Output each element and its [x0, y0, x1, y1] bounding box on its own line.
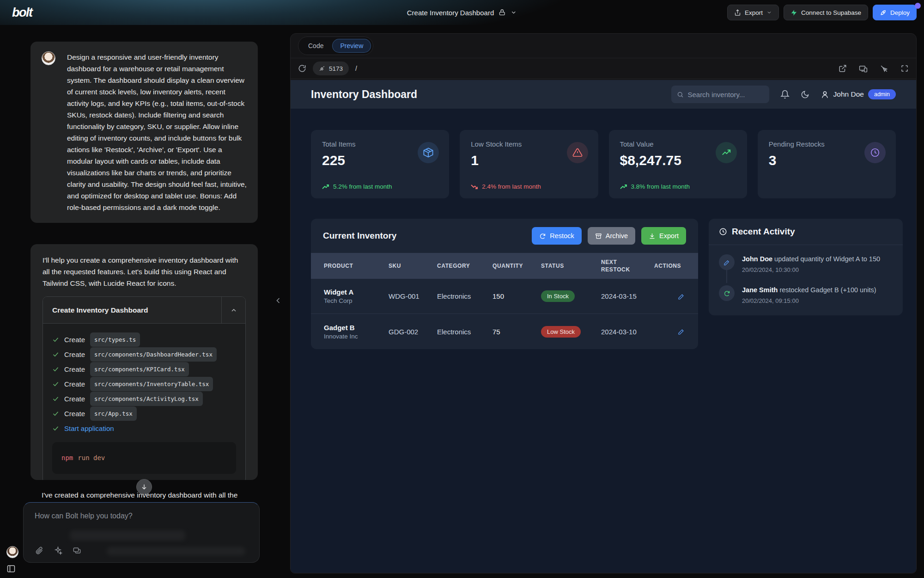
bell-icon[interactable] — [780, 90, 790, 99]
task-item: Create src/components/DashboardHeader.ts… — [52, 347, 236, 362]
file-pill[interactable]: src/components/DashboardHeader.tsx — [90, 347, 217, 362]
activity-time: 20/02/2024, 09:15:00 — [742, 297, 876, 304]
clock-icon — [864, 142, 886, 163]
deploy-button[interactable]: Deploy — [873, 5, 917, 20]
task-action: Create — [64, 378, 85, 390]
file-pill[interactable]: src/components/ActivityLog.tsx — [90, 392, 203, 406]
restock-button[interactable]: Restock — [532, 227, 581, 245]
archive-button[interactable]: Archive — [588, 227, 635, 245]
activity-text: updated quantity of Widget A to 150 — [774, 255, 880, 263]
kpi-row: Total Items 225 5.2% from last month Low… — [311, 130, 896, 198]
open-external-icon[interactable] — [839, 64, 847, 73]
check-icon — [52, 366, 59, 373]
user-menu[interactable]: John Doe admin — [821, 89, 896, 99]
chat-panel: Design a responsive and user-friendly in… — [0, 25, 289, 578]
fullscreen-icon[interactable] — [900, 64, 909, 73]
dashboard-header: Inventory Dashboard John Doe — [291, 80, 916, 109]
activity-header: Recent Activity — [709, 219, 903, 245]
task-action: Create — [64, 363, 85, 375]
role-badge: admin — [868, 89, 896, 99]
file-pill[interactable]: src/App.tsx — [90, 406, 137, 421]
bolt-logo[interactable]: bolt — [12, 6, 32, 20]
category-value: Electronics — [437, 328, 492, 336]
inspector-toggle-icon[interactable] — [880, 64, 888, 73]
tab-preview[interactable]: Preview — [332, 39, 371, 53]
connect-supabase-button[interactable]: Connect to Supabase — [784, 5, 868, 20]
status-badge: In Stock — [541, 290, 575, 302]
clock-icon — [719, 228, 727, 236]
code-preview-toggle: Code Preview — [298, 37, 373, 55]
connect-supabase-label: Connect to Supabase — [801, 9, 861, 16]
edit-row-button[interactable] — [678, 328, 685, 335]
sidebar-toggle-icon[interactable] — [6, 564, 16, 573]
bulk-actions: Restock Archive Export — [532, 227, 686, 245]
check-icon — [52, 425, 59, 432]
next-restock-value: 2024-03-15 — [601, 292, 654, 300]
kpi-low-stock: Low Stock Items 1 2.4% from last month — [460, 130, 598, 198]
user-message: Design a responsive and user-friendly in… — [30, 42, 258, 223]
download-icon — [649, 233, 656, 240]
activity-time: 20/02/2024, 10:30:00 — [742, 266, 880, 273]
kpi-total-value: Total Value $8,247.75 3.8% from last mon… — [609, 130, 747, 198]
export-csv-button[interactable]: Export — [641, 227, 686, 245]
supplier-name: Tech Corp — [324, 297, 389, 304]
sparkles-icon[interactable] — [54, 546, 62, 555]
file-pill[interactable]: src/types.ts — [90, 332, 140, 347]
search-icon — [677, 91, 684, 98]
attach-icon[interactable] — [35, 546, 43, 555]
project-title-menu[interactable]: Create Inventory Dashboard — [407, 9, 517, 17]
next-restock-value: 2024-03-10 — [601, 328, 654, 336]
activity-actor: John Doe — [742, 255, 772, 263]
tab-code[interactable]: Code — [300, 39, 331, 53]
artifact-header[interactable]: Create Inventory Dashboard — [43, 297, 245, 324]
task-item: Create src/components/InventoryTable.tsx — [52, 376, 236, 391]
assistant-intro-text: I'll help you create a comprehensive inv… — [43, 254, 246, 289]
col-quantity: QUANTITY — [492, 262, 541, 270]
lock-icon — [498, 9, 506, 16]
category-value: Electronics — [437, 292, 492, 300]
task-action: Create — [64, 334, 85, 345]
notification-dot — [915, 3, 921, 9]
inventory-search[interactable] — [671, 86, 769, 103]
dashboard-header-actions: John Doe admin — [671, 86, 896, 103]
activity-actor: Jane Smith — [742, 286, 778, 294]
recent-activity-card: Recent Activity John Doe updated quantit… — [709, 219, 903, 315]
file-pill[interactable]: src/components/KPICard.tsx — [90, 362, 189, 376]
check-icon — [52, 395, 59, 402]
current-inventory-card: Current Inventory Restock Archive Exp — [311, 219, 698, 349]
user-name: John Doe — [833, 90, 864, 98]
file-pill[interactable]: src/components/InventoryTable.tsx — [90, 377, 213, 391]
col-category: CATEGORY — [437, 262, 492, 270]
supplier-name: Innovate Inc — [324, 333, 389, 340]
reload-icon[interactable] — [298, 64, 306, 73]
collapse-artifact-button[interactable] — [221, 297, 245, 323]
assistant-message: I'll help you create a comprehensive inv… — [30, 244, 258, 480]
port-pill[interactable]: 5173 — [313, 61, 349, 75]
devices-icon[interactable] — [859, 64, 868, 73]
command-name: npm — [61, 454, 73, 461]
workbench: Code Preview 5173 / — [290, 33, 917, 573]
blurred-content — [70, 530, 185, 541]
url-path[interactable]: / — [355, 65, 832, 72]
activity-text: restocked Gadget B (+100 units) — [779, 286, 876, 294]
collapse-chat-button[interactable] — [274, 296, 283, 305]
start-application-link[interactable]: Start application — [64, 423, 114, 434]
export-button[interactable]: Export — [727, 5, 779, 20]
edit-row-button[interactable] — [678, 293, 685, 300]
assistant-followup-text: I've created a comprehensive inventory d… — [42, 491, 260, 499]
task-action: Create — [64, 393, 85, 405]
discuss-icon[interactable] — [73, 546, 81, 555]
dark-mode-toggle-icon[interactable] — [801, 90, 809, 99]
sku-value: GDG-002 — [389, 328, 437, 336]
pencil-icon — [678, 328, 685, 335]
account-avatar[interactable] — [6, 546, 18, 558]
search-input[interactable] — [687, 91, 763, 98]
activity-title: Recent Activity — [732, 227, 795, 237]
artifact-body: Create src/types.ts Create src/component… — [43, 324, 245, 480]
archive-icon — [595, 233, 602, 240]
col-sku: SKU — [389, 262, 437, 270]
col-status: STATUS — [541, 262, 601, 270]
start-application-item: Start application — [52, 421, 236, 436]
port-number: 5173 — [329, 65, 343, 72]
export-label: Export — [745, 9, 763, 16]
